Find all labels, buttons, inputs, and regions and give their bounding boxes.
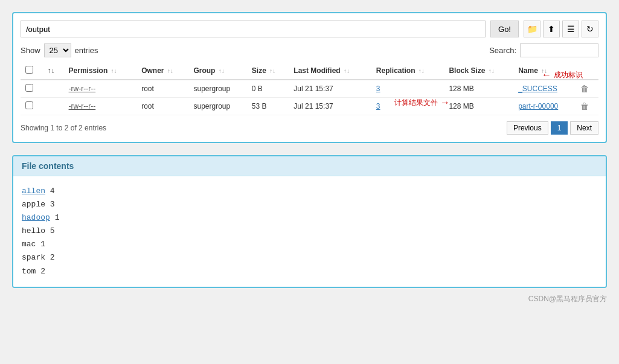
- file-contents-panel: File contents allen 4apple 3hadoop 1hell…: [12, 155, 607, 288]
- icon-buttons: 📁 ⬆ ☰ ↻: [524, 21, 598, 37]
- file-contents-body[interactable]: allen 4apple 3hadoop 1hello 5mac 1spark …: [13, 176, 606, 287]
- search-label: Search:: [489, 46, 516, 55]
- col-size[interactable]: Size ↑↓: [247, 62, 289, 80]
- file-lines-pre: allen 4apple 3hadoop 1hello 5mac 1spark …: [22, 185, 597, 278]
- row-modified-0: Jul 21 15:37: [289, 80, 371, 98]
- next-button[interactable]: Next: [570, 121, 598, 135]
- col-last-modified[interactable]: Last Modified ↑↓: [289, 62, 371, 80]
- row-rep-link-1[interactable]: 3: [376, 102, 380, 110]
- select-all-checkbox[interactable]: [25, 66, 33, 74]
- show-entries: Show 25 10 50 entries: [21, 43, 98, 57]
- delete-icon-0[interactable]: 🗑: [580, 84, 589, 94]
- file-word: tom: [22, 267, 36, 276]
- file-contents-header: File contents: [13, 156, 606, 176]
- file-count: 1: [40, 240, 45, 249]
- controls-row: Show 25 10 50 entries Search:: [21, 43, 598, 57]
- row-icon-1: [42, 98, 63, 115]
- file-line: tom 2: [22, 265, 597, 278]
- col-sort[interactable]: ↑↓: [42, 62, 63, 80]
- path-row: Go! 📁 ⬆ ☰ ↻: [21, 21, 598, 37]
- row-permission-0: -rw-r--r--: [64, 80, 137, 98]
- row-modified-1: Jul 21 15:37: [289, 98, 371, 115]
- row-blocksize-1: 128 MB: [444, 98, 513, 115]
- row-1-checkbox[interactable]: [25, 101, 33, 109]
- row-size-0: 0 B: [247, 80, 289, 98]
- row-group-1: supergroup: [188, 98, 246, 115]
- upload-icon-btn[interactable]: ⬆: [543, 21, 560, 37]
- go-button[interactable]: Go!: [490, 21, 519, 37]
- file-line: hadoop 1: [22, 211, 597, 225]
- file-word-link[interactable]: allen: [22, 187, 45, 196]
- file-contents-title: File contents: [22, 161, 74, 171]
- previous-button[interactable]: Previous: [507, 121, 548, 135]
- row-owner-1: root: [136, 98, 188, 115]
- row-name-0[interactable]: _SUCCESS: [513, 80, 576, 98]
- file-count: 4: [50, 187, 55, 196]
- folder-icon-btn[interactable]: 📁: [524, 21, 540, 37]
- refresh-icon-btn[interactable]: ↻: [582, 21, 598, 37]
- file-line: allen 4: [22, 185, 597, 198]
- row-icon-0: [42, 80, 63, 98]
- col-permission[interactable]: Permission ↑↓: [64, 62, 137, 80]
- file-word: spark: [22, 253, 45, 262]
- row-owner-0: root: [136, 80, 188, 98]
- col-group[interactable]: Group ↑↓: [188, 62, 246, 80]
- row-0-checkbox[interactable]: [25, 84, 33, 92]
- row-rep-link-0[interactable]: 3: [376, 85, 380, 93]
- file-count: 5: [50, 226, 55, 235]
- col-checkbox: [21, 62, 42, 80]
- showing-text: Showing 1 to 2 of 2 entries: [21, 124, 106, 132]
- table-header-row: ↑↓ Permission ↑↓ Owner ↑↓ Group ↑↓ Size …: [21, 62, 598, 80]
- row-checkbox-1[interactable]: [21, 98, 42, 115]
- file-word: apple: [22, 200, 45, 209]
- list-icon-btn[interactable]: ☰: [562, 21, 579, 37]
- file-word: mac: [22, 240, 36, 249]
- file-word: hello: [22, 226, 45, 235]
- table-row: -rw-r--r-- root supergroup 0 B Jul 21 15…: [21, 80, 598, 98]
- row-replication-0[interactable]: 3: [371, 80, 444, 98]
- row-name-1[interactable]: part-r-00000: [513, 98, 576, 115]
- row-name-link-0[interactable]: _SUCCESS: [518, 85, 557, 93]
- row-group-0: supergroup: [188, 80, 246, 98]
- file-line: spark 2: [22, 251, 597, 264]
- row-delete-1[interactable]: 🗑: [576, 98, 598, 115]
- file-browser-panel: Go! 📁 ⬆ ☰ ↻ Show 25 10 50 entries Search…: [12, 12, 607, 143]
- result-arrow: →: [440, 97, 450, 108]
- file-count: 2: [40, 267, 45, 276]
- file-table: ↑↓ Permission ↑↓ Owner ↑↓ Group ↑↓ Size …: [21, 62, 598, 115]
- path-input[interactable]: [21, 21, 486, 37]
- row-name-link-1[interactable]: part-r-00000: [518, 102, 558, 110]
- delete-icon-1[interactable]: 🗑: [580, 101, 589, 111]
- table-footer: Showing 1 to 2 of 2 entries Previous 1 N…: [21, 121, 598, 135]
- file-table-body: -rw-r--r-- root supergroup 0 B Jul 21 15…: [21, 80, 598, 115]
- col-owner[interactable]: Owner ↑↓: [136, 62, 188, 80]
- row-delete-0[interactable]: 🗑: [576, 80, 598, 98]
- entries-label: entries: [75, 46, 98, 55]
- success-label: 成功标识: [554, 70, 583, 80]
- col-block-size[interactable]: Block Size ↑↓: [444, 62, 513, 80]
- file-count: 2: [50, 253, 55, 262]
- file-count: 1: [55, 213, 60, 222]
- watermark: CSDN@黑马程序员官方: [12, 294, 607, 304]
- file-line: mac 1: [22, 238, 597, 251]
- file-count: 3: [50, 200, 55, 209]
- result-annotation: 计算结果文件 →: [394, 97, 450, 108]
- success-arrow: ←: [542, 69, 551, 80]
- table-row: -rw-r--r-- root supergroup 53 B Jul 21 1…: [21, 98, 598, 115]
- row-size-1: 53 B: [247, 98, 289, 115]
- show-label: Show: [21, 46, 40, 55]
- success-annotation: ← 成功标识: [542, 69, 583, 80]
- entries-select[interactable]: 25 10 50: [44, 43, 71, 57]
- page-1-button[interactable]: 1: [551, 121, 568, 135]
- col-replication[interactable]: Replication ↑↓: [371, 62, 444, 80]
- file-line: hello 5: [22, 225, 597, 238]
- pagination: Previous 1 Next: [507, 121, 598, 135]
- row-checkbox-0[interactable]: [21, 80, 42, 98]
- file-line: apple 3: [22, 198, 597, 211]
- search-box: Search:: [489, 43, 598, 57]
- search-input[interactable]: [520, 43, 598, 57]
- row-permission-1: -rw-r--r--: [64, 98, 137, 115]
- file-word-link[interactable]: hadoop: [22, 213, 50, 222]
- row-blocksize-0: 128 MB: [444, 80, 513, 98]
- result-label: 计算结果文件: [394, 98, 438, 108]
